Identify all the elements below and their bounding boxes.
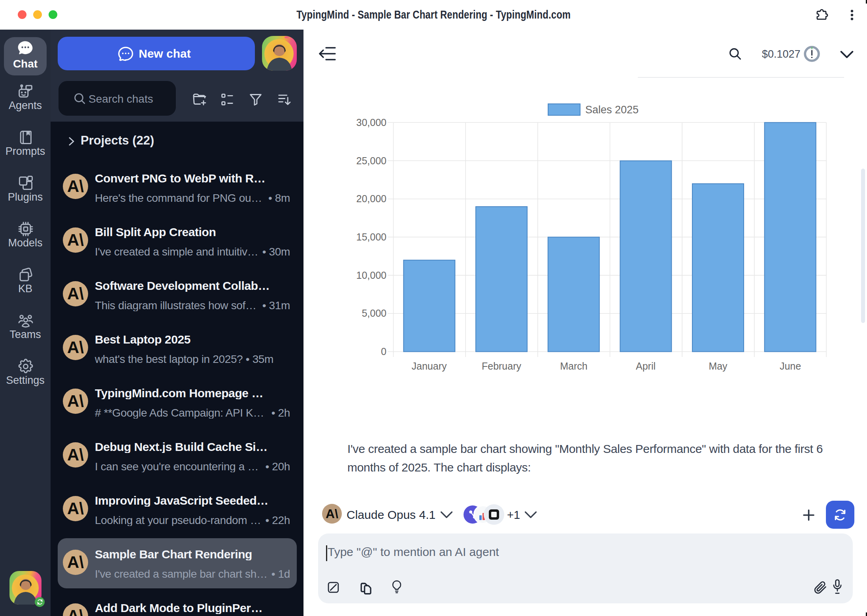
svg-text:10,000: 10,000	[356, 270, 386, 281]
svg-text:0: 0	[381, 346, 386, 357]
svg-text:5,000: 5,000	[362, 308, 386, 319]
svg-text:February: February	[482, 361, 522, 372]
svg-text:April: April	[636, 361, 656, 372]
svg-text:May: May	[709, 361, 728, 372]
svg-text:20,000: 20,000	[356, 193, 386, 204]
svg-text:Sales 2025: Sales 2025	[585, 104, 639, 116]
svg-text:25,000: 25,000	[356, 155, 386, 166]
svg-text:January: January	[412, 361, 447, 372]
svg-text:15,000: 15,000	[356, 231, 386, 242]
svg-text:30,000: 30,000	[356, 117, 386, 128]
svg-text:June: June	[780, 361, 801, 372]
svg-text:March: March	[560, 361, 587, 372]
